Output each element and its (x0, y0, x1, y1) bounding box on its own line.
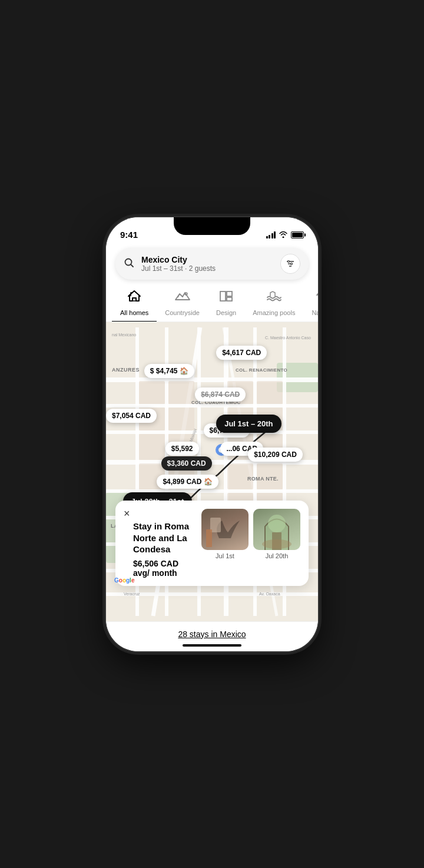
svg-text:ANZURES: ANZURES (112, 367, 140, 373)
card-image-wrap-2: Jul 20th (253, 509, 300, 559)
status-icons (266, 231, 304, 240)
card-date-2: Jul 20th (266, 552, 289, 559)
tab-all-homes[interactable]: All homes (112, 284, 157, 322)
category-tabs: All homes Countryside (106, 284, 318, 322)
national-parks-icon (312, 289, 318, 307)
search-bar[interactable]: Mexico City Jul 1st – 31st · 2 guests (115, 248, 309, 280)
svg-rect-68 (206, 529, 212, 547)
tab-design-label: Design (216, 309, 236, 316)
svg-rect-9 (220, 291, 226, 301)
card-image-wrap-1: Jul 1st (201, 509, 249, 559)
signal-icon (266, 231, 276, 238)
search-bar-container: Mexico City Jul 1st – 31st · 2 guests (106, 243, 318, 284)
tab-national-parks-label: Nati... (312, 309, 318, 316)
google-logo: Google (114, 574, 134, 585)
tab-countryside[interactable]: Countryside (157, 284, 208, 322)
price-pin-4745[interactable]: $ $4,745 🏠 (144, 364, 194, 378)
svg-line-1 (131, 264, 133, 267)
svg-rect-31 (168, 381, 194, 404)
svg-rect-30 (139, 381, 165, 404)
bottom-card: × Stay in Roma Norte and La Condesa $6,5… (115, 501, 309, 586)
tab-all-homes-label: All homes (120, 309, 148, 316)
filter-button[interactable] (280, 254, 300, 274)
search-text: Mexico City Jul 1st – 31st · 2 guests (141, 255, 273, 273)
phone-frame: 9:41 (106, 217, 318, 651)
svg-text:nal Mexicano: nal Mexicano (112, 333, 136, 337)
close-button[interactable]: × (124, 508, 130, 520)
map-container[interactable]: ANZURES COL. RENACIMIENTO COL. CUAUHTEMO… (106, 322, 318, 621)
svg-rect-37 (257, 381, 283, 404)
svg-point-6 (291, 263, 293, 264)
svg-point-71 (262, 539, 292, 549)
price-pin-4617[interactable]: $4,617 CAD (216, 346, 267, 360)
svg-point-5 (288, 260, 290, 262)
card-price: $6,506 CAD avg/ month (133, 559, 194, 578)
svg-rect-34 (139, 434, 165, 460)
countryside-icon (174, 289, 191, 307)
home-indicator (183, 644, 241, 647)
card-image-1[interactable] (201, 509, 249, 550)
date-tooltip-jul1-20: Jul 1st – 20th (216, 415, 281, 433)
price-pin-4899[interactable]: $4,899 CAD 🏠 (157, 475, 218, 489)
tab-amazing-pools-label: Amazing pools (253, 309, 295, 316)
amazing-pools-icon (266, 289, 282, 307)
all-homes-icon (126, 289, 143, 307)
battery-icon (291, 231, 304, 238)
tab-countryside-label: Countryside (165, 309, 200, 316)
card-image-2[interactable] (253, 509, 300, 550)
svg-text:Veracruz: Veracruz (124, 592, 140, 596)
svg-text:ROMA NTE.: ROMA NTE. (247, 476, 279, 482)
bottom-bar: 28 stays in Mexico (106, 621, 318, 651)
card-images: Jul 1st (201, 509, 300, 559)
price-pin-3360[interactable]: $3,360 CAD (161, 456, 212, 471)
price-pin-6874[interactable]: $6,874 CAD (195, 387, 246, 402)
card-content: Stay in Roma Norte and La Condesa $6,506… (124, 509, 194, 578)
price-pin-10209[interactable]: $10,209 CAD (248, 448, 303, 462)
card-date-1: Jul 1st (216, 552, 234, 559)
svg-text:C. Maestro Antonio Caso: C. Maestro Antonio Caso (265, 336, 311, 340)
card-title: Stay in Roma Norte and La Condesa (133, 521, 194, 555)
notch (174, 217, 250, 235)
svg-rect-11 (227, 297, 232, 301)
stays-count[interactable]: 28 stays in Mexico (178, 630, 246, 639)
design-icon (218, 289, 234, 307)
phone-screen: 9:41 (106, 217, 318, 651)
svg-text:Av. Oaxaca: Av. Oaxaca (259, 592, 280, 596)
svg-text:COL. RENACIMIENTO: COL. RENACIMIENTO (236, 367, 287, 373)
svg-point-69 (268, 515, 286, 532)
status-time: 9:41 (120, 230, 138, 240)
search-icon (124, 257, 134, 270)
svg-rect-33 (168, 408, 194, 430)
search-details: Jul 1st – 31st · 2 guests (141, 264, 273, 273)
svg-rect-10 (227, 291, 232, 296)
wifi-icon (279, 231, 288, 240)
price-pin-5592[interactable]: $5,592 (165, 442, 199, 456)
tab-national-parks[interactable]: Nati... (303, 284, 318, 322)
tab-amazing-pools[interactable]: Amazing pools (244, 284, 303, 322)
price-pin-7054[interactable]: $7,054 CAD (106, 409, 157, 423)
search-location: Mexico City (141, 255, 273, 264)
tab-design[interactable]: Design (208, 284, 244, 322)
